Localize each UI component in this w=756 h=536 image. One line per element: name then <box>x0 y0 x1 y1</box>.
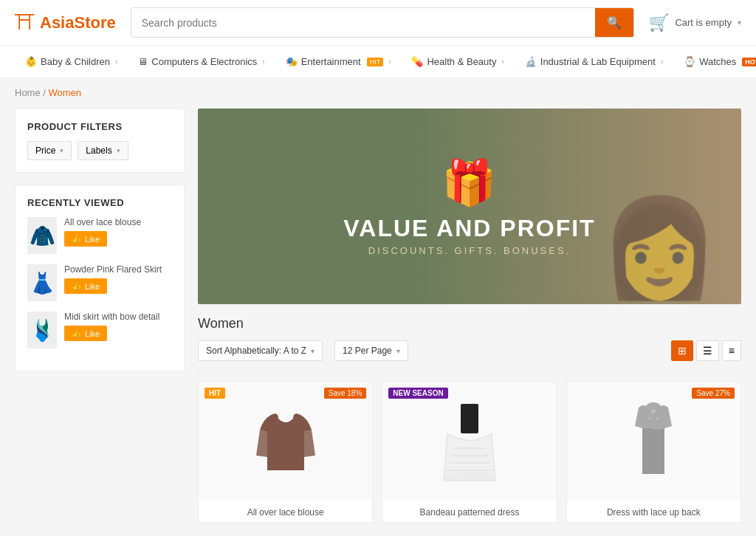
sidebar: PRODUCT FILTERS Price ▾ Labels ▾ RECENTL… <box>15 109 185 523</box>
product-thumb-3: 🩱 <box>27 312 57 348</box>
like-button-2[interactable]: 👍 Like <box>64 278 107 294</box>
product-card-3[interactable]: Save 27% Dress with lace up back <box>566 381 741 523</box>
nav-item-computers[interactable]: 🖥 Computers & Electronics › <box>128 46 275 78</box>
labels-label: Labels <box>86 145 111 156</box>
cart-icon: 🛒 <box>649 13 669 32</box>
filters-section: PRODUCT FILTERS Price ▾ Labels ▾ <box>15 109 185 173</box>
grid-icon: ⊞ <box>678 345 687 357</box>
thumbs-up-icon: 👍 <box>72 329 82 338</box>
sort-chevron-icon: ▾ <box>311 347 315 355</box>
nav-item-baby-children[interactable]: 👶 Baby & Children › <box>15 46 128 78</box>
sort-bar: Sort Alphabetically: A to Z ▾ 12 Per Pag… <box>198 340 741 371</box>
main-container: Home / Women PRODUCT FILTERS Price ▾ Lab… <box>0 78 756 532</box>
promo-banner: 🎁 VALUE AND PROFIT DISCOUNTS. GIFTS. BON… <box>198 109 741 304</box>
product-card-1[interactable]: HIT Save 18% All over lace blouse <box>198 381 373 523</box>
filter-buttons: Price ▾ Labels ▾ <box>27 141 172 160</box>
price-chevron-icon: ▾ <box>60 147 63 154</box>
search-input[interactable] <box>131 10 596 36</box>
view-toggle: ⊞ ☰ ≡ <box>671 340 741 361</box>
like-button-1[interactable]: 👍 Like <box>64 231 107 247</box>
chevron-icon: › <box>262 58 264 66</box>
nav-item-industrial[interactable]: 🔬 Industrial & Lab Equipment › <box>515 46 673 78</box>
rv-info-2: Powder Pink Flared Skirt 👍 Like <box>64 264 172 294</box>
recently-viewed-section: RECENTLY VIEWED 🧥 All over lace blouse 👍… <box>15 185 185 371</box>
health-icon: 💊 <box>411 56 423 67</box>
thumbs-up-icon: 👍 <box>72 234 82 244</box>
search-icon: 🔍 <box>607 16 622 29</box>
product-name-1: All over lace blouse <box>199 500 372 522</box>
list-icon: ☰ <box>703 345 712 357</box>
like-label-1: Like <box>85 235 100 244</box>
compact-icon: ≡ <box>729 345 735 357</box>
nav-label-computers: Computers & Electronics <box>151 56 257 67</box>
breadcrumb-separator: / <box>43 87 48 98</box>
save-badge-1: Save 18% <box>324 388 367 399</box>
chevron-icon: › <box>115 58 117 66</box>
list-view-button[interactable]: ☰ <box>696 340 719 361</box>
new-season-badge-2: NEW SEASON <box>388 388 447 399</box>
nav-item-health-beauty[interactable]: 💊 Health & Beauty › <box>401 46 514 78</box>
price-filter-button[interactable]: Price ▾ <box>27 141 72 160</box>
cart-area[interactable]: 🛒 Cart is empty ▾ <box>649 13 741 32</box>
chevron-icon: › <box>388 58 391 66</box>
sort-dropdown[interactable]: Sort Alphabetically: A to Z ▾ <box>198 340 323 361</box>
nav-label-baby-children: Baby & Children <box>41 56 110 67</box>
nav-label-watches: Watches <box>699 56 736 67</box>
site-header: ⛩ AsiaStore 🔍 🛒 Cart is empty ▾ <box>0 0 756 46</box>
like-label-3: Like <box>85 329 100 338</box>
content-layout: PRODUCT FILTERS Price ▾ Labels ▾ RECENTL… <box>15 109 741 523</box>
product-grid: HIT Save 18% All over lace blouse NEW SE… <box>198 381 741 523</box>
product-card-2[interactable]: NEW SEASON Bandeau patterned dres <box>382 381 557 523</box>
industrial-icon: 🔬 <box>525 56 537 67</box>
product-image-1: HIT Save 18% <box>199 382 372 500</box>
compact-view-button[interactable]: ≡ <box>722 340 741 361</box>
search-bar: 🔍 <box>131 7 635 38</box>
entertainment-icon: 🎭 <box>286 56 298 67</box>
rv-name-3: Midi skirt with bow detail <box>64 312 172 322</box>
breadcrumb-current: Women <box>49 87 82 98</box>
product-image-2: NEW SEASON <box>382 382 556 500</box>
computer-icon: 🖥 <box>138 56 148 67</box>
per-page-dropdown[interactable]: 12 Per Page ▾ <box>334 340 408 361</box>
banner-subtitle: DISCOUNTS. GIFTS. BONUSES. <box>343 245 595 256</box>
svg-point-7 <box>648 417 651 420</box>
chevron-icon: › <box>501 58 504 66</box>
grid-view-button[interactable]: ⊞ <box>671 340 693 361</box>
baby-icon: 👶 <box>25 56 37 67</box>
banner-person-decoration: 👩 <box>599 192 719 304</box>
hit-badge: HIT <box>367 58 384 66</box>
rv-info-1: All over lace blouse 👍 Like <box>64 217 172 247</box>
price-label: Price <box>35 145 55 156</box>
nav-item-watches[interactable]: ⌚ Watches HOT › <box>673 46 756 78</box>
product-thumb-2: 👗 <box>27 264 57 301</box>
per-page-label: 12 Per Page <box>343 346 392 356</box>
product-image-3: Save 27% <box>567 382 740 500</box>
rv-info-3: Midi skirt with bow detail 👍 Like <box>64 312 172 341</box>
site-logo[interactable]: ⛩ AsiaStore <box>15 10 116 35</box>
product-name-2: Bandeau patterned dress <box>382 500 556 522</box>
svg-rect-0 <box>461 404 478 433</box>
rv-name-2: Powder Pink Flared Skirt <box>64 264 172 275</box>
labels-filter-button[interactable]: Labels ▾ <box>78 141 128 160</box>
chevron-icon: › <box>661 58 663 66</box>
search-button[interactable]: 🔍 <box>595 8 633 37</box>
logo-pagoda-icon: ⛩ <box>15 10 35 35</box>
cart-chevron-icon: ▾ <box>738 18 741 27</box>
main-content: 🎁 VALUE AND PROFIT DISCOUNTS. GIFTS. BON… <box>198 109 741 523</box>
hot-badge: HOT <box>742 58 756 66</box>
breadcrumb-home[interactable]: Home <box>15 87 41 98</box>
logo-text: AsiaStore <box>40 13 116 32</box>
nav-item-entertainment[interactable]: 🎭 Entertainment HIT › <box>275 46 402 78</box>
thumbs-up-icon: 👍 <box>72 281 82 291</box>
like-button-3[interactable]: 👍 Like <box>64 326 107 341</box>
main-nav: 👶 Baby & Children › 🖥 Computers & Electr… <box>0 46 756 78</box>
nav-label-industrial: Industrial & Lab Equipment <box>540 56 656 67</box>
save-badge-3: Save 27% <box>692 388 735 399</box>
list-item: 👗 Powder Pink Flared Skirt 👍 Like <box>27 264 172 301</box>
list-item: 🩱 Midi skirt with bow detail 👍 Like <box>27 312 172 348</box>
svg-point-8 <box>656 417 659 420</box>
like-label-2: Like <box>85 282 100 291</box>
watch-icon: ⌚ <box>684 56 695 67</box>
gift-icon: 🎁 <box>343 157 595 209</box>
sort-label: Sort Alphabetically: A to Z <box>206 346 306 356</box>
